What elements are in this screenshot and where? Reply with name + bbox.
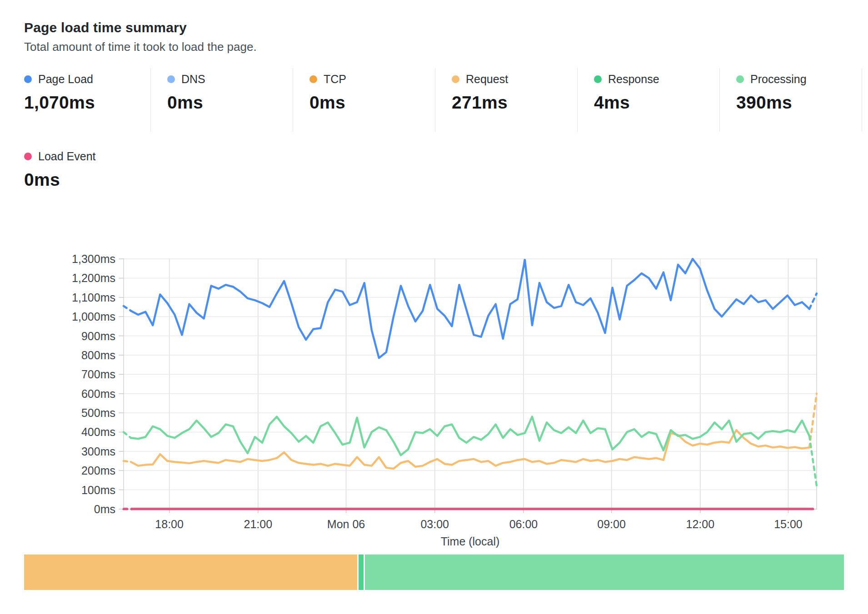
bar-segment-response (359, 555, 364, 590)
metric-value: 0ms (309, 93, 435, 113)
svg-text:21:00: 21:00 (244, 518, 273, 530)
metric-label: Load Event (38, 150, 96, 163)
metric-legend: Request (452, 72, 577, 86)
metric-label: Processing (750, 73, 807, 86)
metric-value: 0ms (24, 170, 96, 190)
metric-page-load: Page Load1,070ms (24, 68, 151, 132)
bar-segment-request (24, 555, 357, 590)
svg-text:12:00: 12:00 (686, 518, 715, 530)
page: { "header": { "title": "Page load time s… (0, 0, 868, 614)
svg-text:03:00: 03:00 (420, 518, 449, 530)
page-title: Page load time summary (24, 20, 187, 35)
svg-text:900ms: 900ms (81, 330, 115, 342)
svg-text:09:00: 09:00 (597, 518, 626, 530)
svg-text:Mon 06: Mon 06 (327, 518, 365, 530)
metrics-secondary-row: Load Event0ms (24, 149, 96, 190)
metrics-summary-row: Page Load1,070msDNS0msTCP0msRequest271ms… (24, 68, 862, 132)
svg-text:600ms: 600ms (81, 387, 115, 400)
svg-text:500ms: 500ms (81, 406, 115, 419)
svg-text:400ms: 400ms (81, 426, 115, 438)
svg-text:300ms: 300ms (81, 445, 115, 458)
svg-text:200ms: 200ms (81, 464, 115, 477)
svg-text:1,300ms: 1,300ms (72, 253, 115, 265)
svg-text:800ms: 800ms (81, 349, 115, 361)
metric-legend: Load Event (24, 149, 96, 163)
metric-legend: Processing (736, 72, 862, 86)
tcp-legend-dot-icon (309, 75, 317, 83)
dns-legend-dot-icon (167, 75, 175, 83)
metric-processing: Processing390ms (720, 68, 862, 132)
bar-segment-processing (365, 555, 844, 590)
metric-value: 271ms (452, 93, 577, 113)
metric-label: TCP (324, 73, 346, 86)
metric-value: 390ms (736, 93, 862, 113)
metric-load-event: Load Event0ms (24, 149, 96, 190)
metric-legend: DNS (167, 72, 293, 86)
svg-text:700ms: 700ms (81, 368, 115, 381)
svg-text:1,200ms: 1,200ms (72, 272, 115, 284)
load-event-legend-dot-icon (24, 153, 32, 160)
svg-text:18:00: 18:00 (155, 518, 184, 530)
svg-text:0ms: 0ms (94, 503, 115, 515)
svg-text:1,100ms: 1,100ms (72, 291, 115, 304)
page-subtitle: Total amount of time it took to load the… (24, 40, 257, 54)
line-chart-canvas: 0ms100ms200ms300ms400ms500ms600ms700ms80… (0, 200, 868, 559)
metric-value: 1,070ms (24, 93, 150, 113)
metric-value: 4ms (594, 93, 719, 113)
metric-legend: TCP (309, 72, 435, 86)
metric-response: Response4ms (578, 68, 720, 132)
metric-label: Page Load (38, 73, 93, 86)
page-load-time-chart: 0ms100ms200ms300ms400ms500ms600ms700ms80… (0, 200, 868, 559)
metric-dns: DNS0ms (151, 68, 293, 132)
metric-label: DNS (181, 73, 205, 86)
metric-value: 0ms (167, 93, 293, 113)
metric-legend: Response (594, 72, 719, 86)
svg-text:1,000ms: 1,000ms (72, 310, 115, 323)
x-axis-title: Time (local) (441, 535, 500, 548)
request-legend-dot-icon (452, 75, 459, 83)
svg-text:100ms: 100ms (81, 484, 115, 496)
metric-label: Response (608, 73, 659, 86)
page-load-legend-dot-icon (24, 75, 32, 83)
metric-tcp: TCP0ms (293, 68, 435, 132)
response-legend-dot-icon (594, 75, 602, 83)
metric-request: Request271ms (435, 68, 578, 132)
metric-legend: Page Load (24, 72, 150, 86)
processing-legend-dot-icon (736, 75, 744, 83)
svg-text:06:00: 06:00 (509, 518, 538, 530)
svg-text:15:00: 15:00 (774, 518, 803, 530)
metric-label: Request (466, 73, 508, 86)
timing-breakdown-bar (24, 555, 844, 590)
